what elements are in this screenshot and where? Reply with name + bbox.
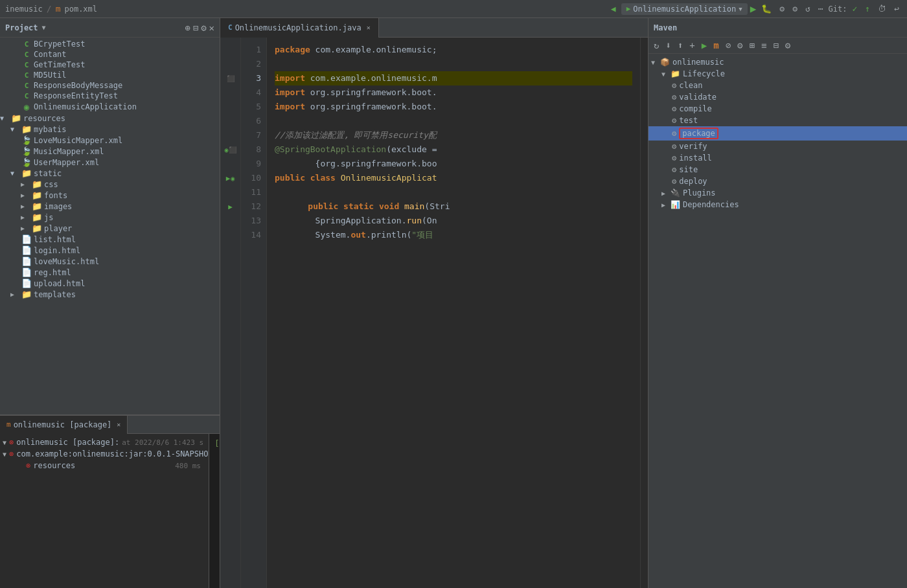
- tree-label: Contant: [32, 50, 67, 59]
- tree-item-reghtml[interactable]: 📄 reg.html: [0, 267, 220, 278]
- tree-item-js[interactable]: ▶ 📁 js: [0, 212, 220, 223]
- maven-settings-btn[interactable]: ⚙: [783, 39, 793, 52]
- maven-lifecycle[interactable]: ▼ 📁 Lifecycle: [649, 68, 907, 80]
- build-item-resources[interactable]: ⊗ resources 480 ms: [0, 460, 209, 471]
- maven-generate-btn[interactable]: ⚙: [735, 39, 745, 52]
- maven-deploy[interactable]: ⚙ deploy: [649, 175, 907, 187]
- line-num-13: 13: [244, 214, 261, 228]
- maven-collapse-btn[interactable]: ⊟: [770, 39, 781, 52]
- maven-root[interactable]: ▼ 📦 onlinemusic: [649, 56, 907, 68]
- maven-plugins[interactable]: ▶ 🔌 Plugins: [649, 187, 907, 199]
- maven-dependencies[interactable]: ▶ 📊 Dependencies: [649, 199, 907, 210]
- maven-test[interactable]: ⚙ test: [649, 115, 907, 126]
- tree-item-uploadhtml[interactable]: 📄 upload.html: [0, 278, 220, 289]
- tab-close-icon[interactable]: ✕: [117, 421, 121, 428]
- maven-compile[interactable]: ⚙ compile: [649, 103, 907, 115]
- maven-install[interactable]: ⚙ install: [649, 152, 907, 164]
- line-num-3: 3: [244, 71, 261, 85]
- maven-download-btn[interactable]: ⬇: [663, 39, 673, 52]
- maven-clean[interactable]: ⚙ clean: [649, 80, 907, 91]
- maven-validate[interactable]: ⚙ validate: [649, 91, 907, 103]
- tree-item-mybatis[interactable]: ▼ 📁 mybatis: [0, 124, 220, 135]
- tree-item-player[interactable]: ▶ 📁 player: [0, 223, 220, 234]
- tree-item-responsebodymessage[interactable]: C ResponseBodyMessage: [0, 80, 220, 91]
- tree-label: login.html: [32, 246, 80, 255]
- tree-item-listhtml[interactable]: 📄 list.html: [0, 234, 220, 245]
- maven-run-btn[interactable]: ▶: [699, 39, 709, 52]
- right-gutter: [640, 38, 648, 588]
- back-btn[interactable]: ◀: [608, 3, 619, 15]
- gutter-line-6: [220, 114, 240, 128]
- tree-item-fonts[interactable]: ▶ 📁 fonts: [0, 190, 220, 201]
- tree-item-css[interactable]: ▶ 📁 css: [0, 179, 220, 190]
- maven-tree-btn[interactable]: ≡: [759, 39, 769, 52]
- debug-btn[interactable]: 🐛: [759, 3, 774, 15]
- tree-item-bcrypettest[interactable]: C BCrypetTest: [0, 39, 220, 49]
- tree-item-loginhtml[interactable]: 📄 login.html: [0, 245, 220, 256]
- coverage-btn[interactable]: ⚙: [777, 3, 787, 15]
- run-config-icon: ▶: [626, 5, 631, 13]
- keyword: static: [343, 200, 374, 214]
- gutter-line-1: [220, 43, 240, 57]
- git-history[interactable]: ⏱: [875, 3, 889, 15]
- tree-item-md5util[interactable]: C MD5Util: [0, 70, 220, 80]
- sync-btn[interactable]: ↺: [803, 3, 813, 15]
- run-button[interactable]: ▶: [750, 3, 757, 15]
- tree-item-contant[interactable]: C Contant: [0, 49, 220, 60]
- maven-m-btn[interactable]: m: [711, 39, 721, 52]
- git-undo[interactable]: ↩: [891, 3, 902, 15]
- git-checkmark[interactable]: ✓: [850, 3, 860, 15]
- run-config-selector[interactable]: ▶ OnlinemusicApplication ▼: [621, 3, 748, 15]
- run-icon[interactable]: ▶: [226, 174, 231, 183]
- tree-item-musicmapper[interactable]: 🍃 MusicMapper.xml: [0, 146, 220, 157]
- tree-item-onlinemusicapplication[interactable]: ◉ OnlinemusicApplication: [0, 101, 220, 113]
- panel-header-icons: ⊕ ⊟ ⚙ ✕: [185, 23, 214, 33]
- folder-icon: 📁: [31, 179, 43, 189]
- tree-item-gettimetest[interactable]: C GetTimeTest: [0, 60, 220, 70]
- build-item-main[interactable]: ▼ ⊗ onlinemusic [package]: at 2022/8/6 1…: [0, 436, 209, 448]
- settings-icon[interactable]: ⚙: [201, 23, 206, 33]
- git-push[interactable]: ↑: [862, 3, 873, 15]
- tree-item-responseentitytest[interactable]: C ResponseEntityTest: [0, 91, 220, 101]
- maven-site[interactable]: ⚙ site: [649, 164, 907, 175]
- tree-item-images[interactable]: ▶ 📁 images: [0, 201, 220, 212]
- close-panel-icon[interactable]: ✕: [209, 23, 214, 33]
- more-btn[interactable]: ⋯: [816, 3, 826, 15]
- build-item-jar[interactable]: ▼ ⊗ com.example:onlinemusic:jar:0.0.1-SN…: [0, 448, 209, 460]
- tree-item-usermapper[interactable]: 🍃 UserMapper.xml: [0, 157, 220, 168]
- tree-label: player: [43, 224, 72, 233]
- tree-item-resources[interactable]: ▼ 📁 resources: [0, 113, 220, 124]
- tree-item-lovemusicmapper[interactable]: 🍃 LoveMusicMapper.xml: [0, 135, 220, 146]
- locate-icon[interactable]: ⊕: [185, 23, 190, 33]
- maven-skip-btn[interactable]: ⊘: [723, 39, 733, 52]
- maven-lifecycle-btn[interactable]: ⊞: [747, 39, 757, 52]
- build-btn[interactable]: ⚙: [790, 3, 800, 15]
- maven-root-label: onlinemusic: [672, 58, 724, 67]
- title-file: pom.xml: [64, 5, 97, 14]
- maven-add-btn[interactable]: +: [687, 39, 697, 52]
- line-num-14: 14: [244, 228, 261, 242]
- code-line-6: [275, 114, 632, 128]
- maven-verify[interactable]: ⚙ verify: [649, 141, 907, 152]
- project-panel-header: Project ▼ ⊕ ⊟ ⚙ ✕: [0, 18, 220, 38]
- run-icon-12[interactable]: ▶: [228, 203, 233, 211]
- editor-tabs: C OnlinemusicApplication.java ✕: [220, 18, 648, 38]
- maven-refresh-btn[interactable]: ↻: [651, 39, 661, 52]
- bottom-section: m onlinemusic [package] ✕ ▼ ⊗ onlinemusi…: [0, 414, 220, 588]
- editor-tab-main[interactable]: C OnlinemusicApplication.java ✕: [220, 18, 379, 38]
- maven-execute-btn[interactable]: ⬆: [675, 39, 685, 52]
- maven-package[interactable]: ⚙ package: [649, 126, 907, 141]
- bottom-tab-package[interactable]: m onlinemusic [package] ✕: [0, 416, 128, 434]
- tree-item-templates[interactable]: ▶ 📁 templates: [0, 289, 220, 300]
- tab-close-btn[interactable]: ✕: [367, 24, 371, 31]
- project-dropdown[interactable]: ▼: [42, 24, 46, 31]
- keyword: void: [379, 200, 399, 214]
- line-num-8: 8: [244, 142, 261, 157]
- collapse-icon[interactable]: ⊟: [193, 23, 198, 33]
- keyword: import: [275, 86, 305, 100]
- build-tree: ▼ ⊗ onlinemusic [package]: at 2022/8/6 1…: [0, 434, 209, 588]
- code-content[interactable]: package com.example.onlinemusic; import …: [267, 38, 640, 588]
- tree-item-lovemusichtml[interactable]: 📄 loveMusic.html: [0, 256, 220, 267]
- tree-item-static[interactable]: ▼ 📁 static: [0, 168, 220, 179]
- maven-header: Maven: [649, 18, 907, 38]
